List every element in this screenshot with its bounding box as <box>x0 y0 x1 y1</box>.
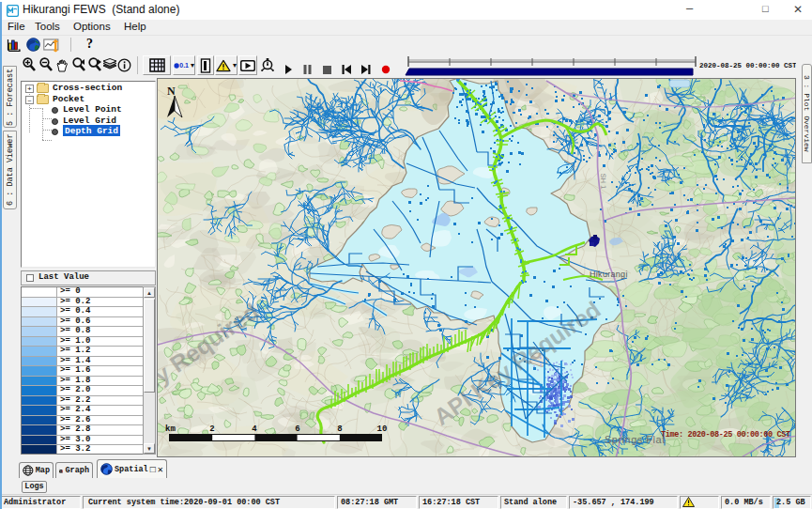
svg-text:2: 2 <box>209 424 214 434</box>
svg-text:10: 10 <box>377 424 388 434</box>
svg-text:6: 6 <box>295 424 299 434</box>
svg-text:Time: 2020-08-25 00:00:00 CST: Time: 2020-08-25 00:00:00 CST <box>661 430 790 440</box>
svg-text:Springs Flat: Springs Flat <box>605 434 666 445</box>
svg-text:km: km <box>165 424 176 434</box>
svg-text:8: 8 <box>337 424 342 434</box>
svg-text:4: 4 <box>252 424 257 434</box>
svg-text:SH 1: SH 1 <box>599 174 608 190</box>
svg-text:Hikurangi: Hikurangi <box>590 270 628 279</box>
svg-text:N: N <box>167 85 176 98</box>
